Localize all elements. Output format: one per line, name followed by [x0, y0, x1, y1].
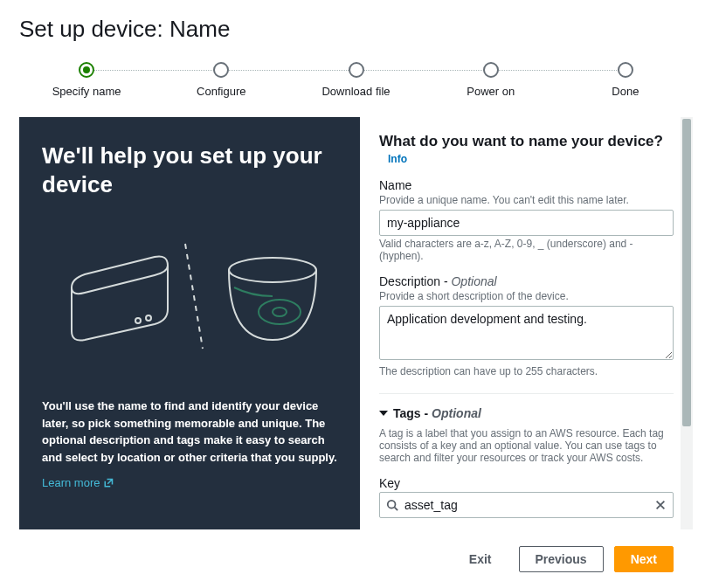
intro-description: You'll use the name to find and identify…: [42, 398, 337, 466]
svg-point-4: [259, 300, 301, 324]
step-circle-icon: [349, 62, 364, 78]
description-constraint: The description can have up to 255 chara…: [379, 365, 674, 377]
svg-point-0: [135, 318, 141, 323]
form-heading-row: What do you want to name your device? In…: [379, 133, 674, 166]
info-link[interactable]: Info: [388, 153, 407, 165]
caret-down-icon: [379, 411, 388, 416]
clear-icon[interactable]: [654, 499, 667, 511]
footer: Exit Previous Next: [19, 529, 693, 588]
step-label: Download file: [321, 85, 390, 98]
name-field: Name Provide a unique name. You can't ed…: [379, 178, 674, 262]
external-link-icon: [103, 478, 114, 488]
step-power-on[interactable]: Power on: [424, 62, 558, 98]
stepper: Specify name Configure Download file Pow…: [19, 62, 693, 98]
step-specify-name[interactable]: Specify name: [19, 62, 154, 98]
svg-point-6: [388, 501, 396, 508]
form-heading: What do you want to name your device?: [379, 133, 663, 149]
previous-button[interactable]: Previous: [519, 546, 604, 572]
tags-help: A tag is a label that you assign to an A…: [379, 427, 674, 464]
intro-panel: We'll help you set up your device: [19, 117, 360, 529]
step-configure[interactable]: Configure: [154, 62, 288, 98]
tag-key-input[interactable]: [379, 492, 674, 518]
scrollbar-track[interactable]: [681, 117, 693, 529]
step-circle-icon: [79, 62, 94, 78]
tags-toggle[interactable]: Tags - Optional: [379, 406, 674, 420]
page-title: Set up device: Name: [19, 16, 693, 43]
exit-button[interactable]: Exit: [453, 546, 508, 572]
svg-line-2: [185, 244, 203, 349]
step-done[interactable]: Done: [558, 62, 693, 98]
step-circle-icon: [213, 62, 229, 78]
svg-point-1: [146, 315, 151, 321]
learn-more-link[interactable]: Learn more: [42, 476, 337, 489]
scrollbar-thumb[interactable]: [682, 119, 691, 426]
main-row: We'll help you set up your device: [19, 117, 693, 529]
description-help: Provide a short description of the devic…: [379, 290, 674, 302]
form-panel: What do you want to name your device? In…: [360, 117, 693, 528]
step-circle-icon: [483, 62, 499, 78]
tag-key-label: Key: [379, 476, 674, 490]
name-constraint: Valid characters are a-z, A-Z, 0-9, _ (u…: [379, 238, 674, 262]
svg-point-3: [229, 258, 316, 282]
wizard-container: Set up device: Name Specify name Configu…: [0, 0, 712, 588]
tags-label: Tags - Optional: [393, 406, 481, 420]
step-label: Configure: [197, 85, 245, 98]
intro-title: We'll help you set up your device: [42, 142, 337, 198]
divider: [379, 393, 674, 394]
search-icon: [386, 499, 398, 511]
device-illustration: [42, 226, 337, 357]
learn-more-label: Learn more: [42, 476, 100, 489]
next-button[interactable]: Next: [614, 546, 674, 572]
description-input[interactable]: [379, 306, 674, 360]
step-label: Specify name: [52, 85, 121, 98]
description-label: Description - Optional: [379, 274, 674, 288]
name-label: Name: [379, 178, 674, 192]
step-label: Power on: [467, 85, 515, 98]
name-help: Provide a unique name. You can't edit th…: [379, 194, 674, 206]
tag-key-field: Key: [379, 476, 674, 518]
description-field: Description - Optional Provide a short d…: [379, 274, 674, 377]
name-input[interactable]: [379, 210, 674, 236]
step-circle-icon: [618, 62, 633, 78]
svg-point-5: [273, 308, 287, 316]
step-download-file[interactable]: Download file: [288, 62, 423, 98]
step-label: Done: [612, 85, 639, 98]
